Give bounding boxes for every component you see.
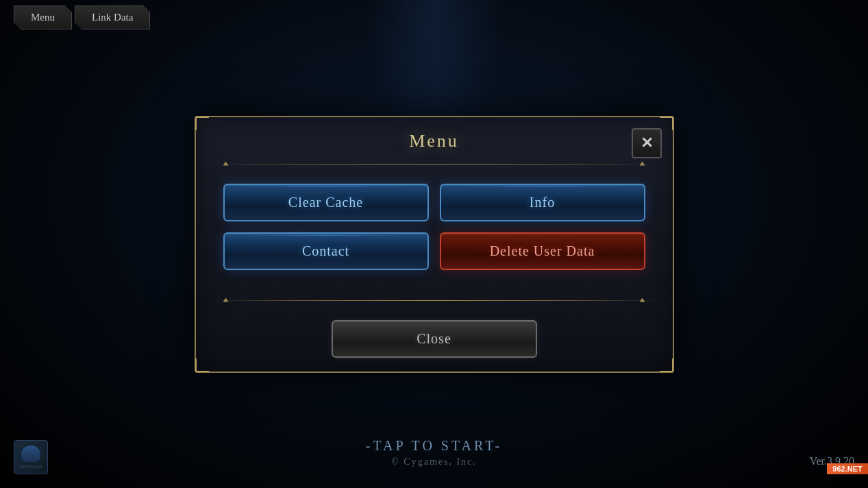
delete-user-data-button[interactable]: Delete User Data [440,232,645,270]
header-divider [210,164,659,164]
corner-bottom-right [660,358,673,372]
info-button[interactable]: Info [440,184,645,221]
close-button[interactable]: Close [332,320,537,358]
contact-button[interactable]: Contact [223,232,429,270]
dialog-body: Clear Cache Info Contact Delete User Dat… [196,170,673,295]
clear-cache-button[interactable]: Clear Cache [223,184,429,221]
corner-bottom-left [195,358,209,372]
footer-divider [210,300,659,301]
modal-overlay: Menu ✕ Clear Cache Info Contact Delete U… [0,0,868,488]
dialog-close-x-button[interactable]: ✕ [632,128,662,158]
close-button-row: Close [223,320,645,358]
dialog-header: Menu ✕ [196,117,673,158]
dialog-footer: Close [196,306,673,371]
dialog-title: Menu [409,131,459,151]
button-grid: Clear Cache Info Contact Delete User Dat… [223,184,645,270]
menu-dialog: Menu ✕ Clear Cache Info Contact Delete U… [195,116,674,373]
